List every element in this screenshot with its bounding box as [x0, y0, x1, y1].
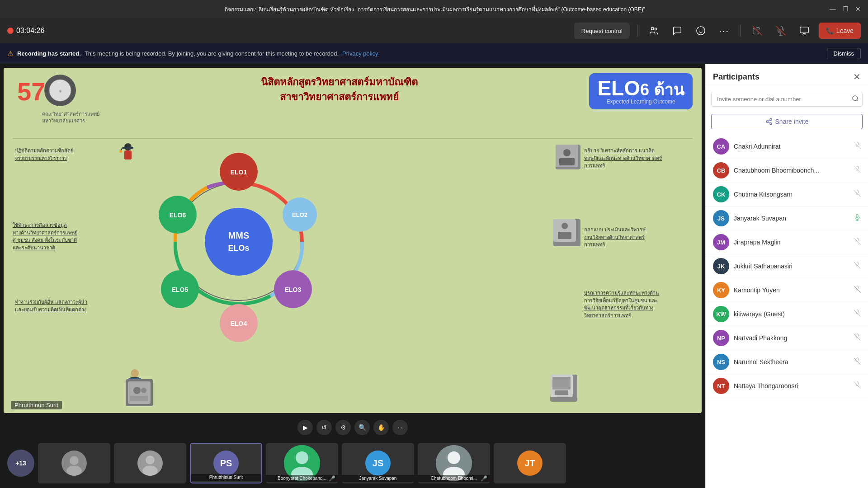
svg-line-81	[854, 310, 861, 317]
participant-avatar: CK	[713, 186, 729, 202]
slide-number: 57	[17, 77, 45, 106]
warning-icon: ⚠	[7, 49, 14, 58]
svg-text:ELO3: ELO3	[285, 286, 302, 293]
pan-button[interactable]: ✋	[373, 420, 389, 435]
reaction-button[interactable]	[692, 22, 710, 40]
svg-point-14	[205, 208, 273, 276]
participant-name: Nartvadi Phakkong	[734, 334, 849, 342]
desc-topleft: ปฏิบัติตามหลักความซื่อสัตย์จรรยาบรรณทางว…	[15, 147, 114, 162]
svg-line-72	[854, 142, 861, 149]
participant-avatar: NT	[713, 378, 729, 394]
vt-name-cb: Chatubhoom Bhoomi...	[418, 475, 490, 482]
video-thumb-p1	[38, 443, 110, 483]
close-button[interactable]: ✕	[854, 5, 863, 14]
participant-item: NSNarumol Sektheera	[706, 350, 868, 374]
close-sidebar-button[interactable]: ✕	[853, 71, 861, 82]
svg-point-44	[561, 223, 568, 229]
svg-point-50	[133, 387, 141, 394]
participant-item: KWkitiwaraya (Guest)	[706, 302, 868, 326]
participant-name: Nattaya Thongaroonsri	[734, 382, 849, 389]
svg-rect-31	[123, 147, 133, 149]
school-name: คณะวิทยาศาสตร์การแพทย์ มหาวิทยาลัยนเรศวร	[42, 111, 99, 125]
settings-button[interactable]: ⚙	[335, 420, 351, 435]
participant-mic-icon	[854, 238, 861, 247]
camera-off-button[interactable]	[748, 22, 766, 40]
chat-button[interactable]	[668, 22, 686, 40]
vt-name-bc: Boonyarat Chokeband...	[266, 475, 338, 482]
request-control-button[interactable]: Request control	[574, 23, 630, 39]
people-button[interactable]	[645, 22, 663, 40]
svg-text:ELO1: ELO1	[231, 169, 247, 176]
svg-point-57	[146, 455, 155, 465]
participants-sidebar: Participants ✕ Share invite CAChakri Adu…	[705, 64, 868, 488]
invite-search	[711, 92, 863, 107]
rewind-button[interactable]: ↺	[316, 420, 332, 435]
participant-name: Chakri Adunnirat	[734, 143, 849, 150]
participant-mic-icon	[854, 381, 861, 390]
share-invite-button[interactable]: Share invite	[711, 114, 863, 129]
participant-avatar: KW	[713, 306, 729, 322]
more-options-button[interactable]: ···	[715, 22, 733, 40]
privacy-policy-link[interactable]: Privacy policy	[342, 50, 378, 57]
more-controls-button[interactable]: ···	[392, 420, 408, 435]
elo-diagram: MMS ELOs ELO1 ELO2 ELO3 ELO4	[112, 140, 365, 343]
minimize-button[interactable]: —	[828, 5, 837, 14]
video-thumb-cb: Chatubhoom Bhoomi... 🎤	[418, 443, 490, 483]
presentation-area: 57 ⚛ คณะวิทยาศาสตร์การแพทย์ มหาวิทยาลัยน…	[4, 68, 702, 413]
desc-topright: อธิบาย วิเคราะห์หลักการ แนวคิดทฤษฎีและทั…	[584, 147, 693, 169]
svg-point-60	[296, 451, 308, 464]
svg-point-69	[770, 123, 772, 125]
more-participants-button[interactable]: +13	[7, 450, 34, 477]
svg-line-74	[854, 190, 861, 197]
dismiss-button[interactable]: Dismiss	[827, 48, 861, 59]
window-title: กิจกรรมแลกเปลี่ยนเรียนรู้ด้านการผลิตบัณฑ…	[42, 5, 828, 14]
desc-right: ออกแบบ ประเมินและวิพากษ์งานวิจัยทางด้านว…	[584, 226, 693, 249]
svg-rect-75	[856, 214, 858, 218]
svg-line-73	[854, 166, 861, 173]
vt-name-js: Janyarak Suvapan	[342, 475, 414, 482]
grad-figure	[119, 142, 142, 169]
participant-mic-icon	[854, 214, 861, 223]
play-button[interactable]: ▶	[297, 420, 313, 435]
mic-off-button[interactable]	[772, 22, 790, 40]
slide-img-3	[550, 375, 577, 402]
participant-mic-icon	[854, 310, 861, 319]
video-area: 57 ⚛ คณะวิทยาศาสตร์การแพทย์ มหาวิทยาลัยน…	[0, 64, 705, 488]
search-button[interactable]	[852, 95, 859, 104]
slide-divider	[13, 138, 693, 139]
recording-time: 03:04:26	[16, 27, 44, 35]
participant-avatar: CB	[713, 162, 729, 178]
sidebar-header: Participants ✕	[706, 64, 868, 86]
vt-mic-bc: 🎤	[329, 475, 335, 482]
slide-img-4	[126, 379, 153, 406]
zoom-button[interactable]: 🔍	[354, 420, 370, 435]
vt-name-ps: Phrutthinun Surit	[191, 474, 261, 481]
leave-button[interactable]: 📞 Leave	[819, 23, 861, 39]
invite-input[interactable]	[711, 92, 863, 107]
participant-avatar: JS	[713, 210, 729, 226]
desc-bottomleft: ทำงานร่วมกับผู้อื่น แสดงภาวะผู้นำและยอมร…	[15, 298, 117, 313]
video-thumb-p2	[114, 443, 186, 483]
participant-name: Kamontip Yuyen	[734, 286, 849, 294]
participants-list: CAChakri AdunniratCBChatubhoom Bhoomiboo…	[706, 135, 868, 488]
svg-line-79	[854, 262, 861, 269]
svg-point-63	[448, 451, 460, 464]
svg-text:ELO2: ELO2	[292, 211, 307, 218]
share-screen-button[interactable]	[795, 22, 813, 40]
participant-item: KYKamontip Yuyen	[706, 278, 868, 302]
maximize-button[interactable]: ❐	[841, 5, 850, 14]
svg-text:ELO4: ELO4	[231, 320, 247, 327]
participant-name: Chutima Kitsongsarn	[734, 191, 849, 198]
participant-mic-icon	[854, 286, 861, 295]
svg-text:MMS: MMS	[228, 230, 250, 240]
participant-mic-icon	[854, 190, 861, 199]
slide-title: นิสิตหลักสูตรวิทยาศาสตร์มหาบัณฑิต สาขาวิ…	[108, 75, 571, 104]
participant-name: Janyarak Suvapan	[734, 215, 849, 222]
banner-text: This meeting is being recorded. By joini…	[85, 50, 339, 57]
participant-name: kitiwaraya (Guest)	[734, 310, 849, 318]
elo-badge: ELO6 ด้าน Expected Learning Outcome	[589, 73, 693, 109]
slide-img-2	[553, 219, 580, 246]
participant-name: Jukkrit Sathapanasiri	[734, 263, 849, 270]
participant-name: Jiraprapa Maglin	[734, 239, 849, 246]
video-thumb-jt: JT	[494, 443, 566, 483]
